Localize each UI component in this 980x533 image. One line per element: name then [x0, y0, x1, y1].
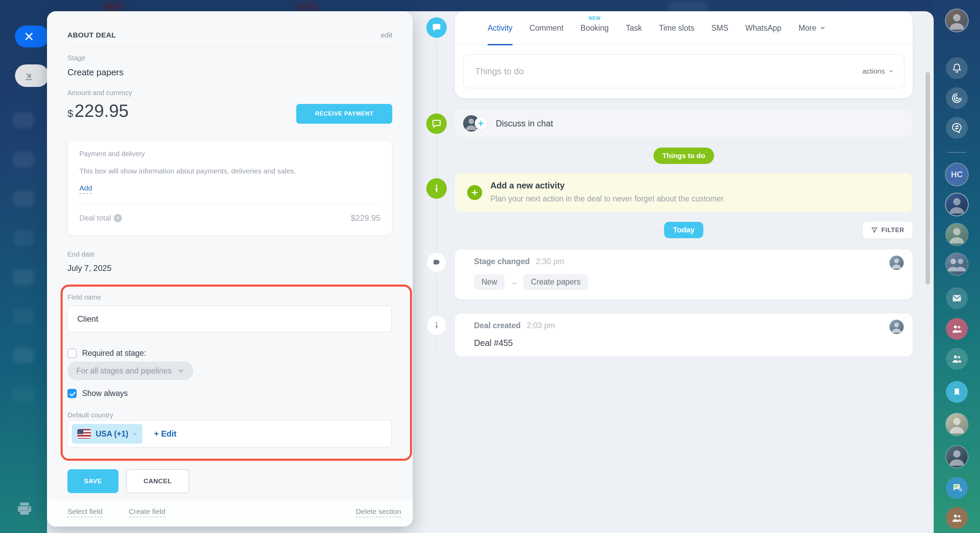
- minimize-modal-button[interactable]: [15, 64, 49, 87]
- stage-label: Stage: [67, 54, 85, 62]
- delete-section-link[interactable]: Delete section: [356, 507, 401, 517]
- payment-card-description: This box will show information about pay…: [80, 167, 296, 175]
- background-blob: [13, 152, 34, 168]
- background-blob: [296, 3, 318, 10]
- divider: [947, 152, 966, 153]
- info-node-icon: [426, 178, 447, 199]
- avatar[interactable]: [946, 223, 968, 246]
- things-to-do-badge: Things to do: [654, 148, 714, 164]
- remove-country-icon[interactable]: ×: [133, 431, 137, 437]
- stage-to-pill: Create papers: [523, 274, 588, 290]
- deal-total-value: $229.95: [351, 213, 380, 223]
- background-blob: [13, 387, 34, 402]
- payment-card-title: Payment and delivery: [80, 150, 145, 158]
- currency-symbol: $: [67, 108, 73, 119]
- tab-activity[interactable]: Activity: [488, 11, 512, 45]
- team-icon[interactable]: [946, 348, 968, 370]
- select-field-link[interactable]: Select field: [67, 507, 102, 517]
- edit-country-link[interactable]: + Edit: [154, 429, 177, 439]
- chat-messages-icon[interactable]: [946, 477, 968, 499]
- add-activity-card[interactable]: Add a new activity Plan your next action…: [455, 173, 913, 212]
- scrollbar-thumb[interactable]: [926, 72, 930, 284]
- group-avatar[interactable]: [946, 253, 968, 275]
- edit-link[interactable]: edit: [381, 31, 392, 39]
- copilot-sparkle-icon[interactable]: [946, 87, 968, 109]
- add-payment-link[interactable]: Add: [80, 184, 92, 194]
- default-country-input[interactable]: USA (+1) × + Edit: [67, 420, 391, 447]
- right-sidebar: HC: [934, 0, 980, 533]
- tab-whatsapp[interactable]: WhatsApp: [745, 11, 781, 45]
- discuss-in-chat-row[interactable]: Discuss in chat: [455, 110, 913, 137]
- field-name-label: Field name: [67, 294, 101, 301]
- funnel-icon: [871, 227, 878, 233]
- field-name-input[interactable]: [67, 306, 391, 332]
- avatar: [889, 320, 904, 334]
- tab-task[interactable]: Task: [626, 11, 642, 45]
- save-button[interactable]: SAVE: [67, 469, 118, 493]
- avatar[interactable]: [946, 193, 968, 215]
- tab-more-label: More: [799, 24, 816, 33]
- background-blob: [13, 269, 34, 285]
- end-date-value: July 7, 2025: [67, 263, 111, 273]
- deal-total-label: Deal total: [80, 214, 111, 223]
- tab-comment[interactable]: Comment: [530, 11, 563, 45]
- background-blob: [13, 308, 34, 324]
- bookmark-icon[interactable]: [946, 381, 968, 403]
- avatar[interactable]: [946, 413, 968, 435]
- stages-pipelines-dropdown[interactable]: For all stages and pipelines: [67, 362, 193, 380]
- tab-booking-label: Booking: [581, 24, 609, 33]
- required-at-stage-checkbox[interactable]: [67, 349, 76, 358]
- stage-from-pill: New: [474, 274, 504, 290]
- avatar[interactable]: [946, 446, 968, 468]
- todo-input[interactable]: [463, 66, 862, 77]
- tab-more[interactable]: More: [799, 11, 826, 45]
- clients-icon[interactable]: [946, 507, 968, 529]
- receive-payment-button[interactable]: RECEIVE PAYMENT: [296, 104, 392, 124]
- background-blob: [667, 2, 708, 11]
- show-always-checkbox[interactable]: [67, 389, 76, 398]
- tab-booking[interactable]: NEW Booking: [581, 11, 609, 45]
- add-participant-icon[interactable]: [475, 117, 487, 129]
- actions-dropdown[interactable]: actions: [862, 67, 904, 75]
- amount-number: 229.95: [75, 101, 129, 121]
- show-always-label: Show always: [82, 389, 128, 398]
- printer-icon[interactable]: [16, 500, 33, 519]
- contacts-icon[interactable]: [946, 318, 968, 340]
- user-avatar[interactable]: [946, 10, 968, 31]
- stage-value: Create papers: [67, 67, 124, 78]
- chat-node-icon: [426, 113, 447, 134]
- avatar: [889, 255, 904, 270]
- create-field-link[interactable]: Create field: [129, 507, 165, 517]
- close-modal-button[interactable]: [15, 26, 49, 47]
- event-card-deal-created: Deal created 2:03 pm Deal #455: [455, 314, 913, 356]
- event-time: 2:30 pm: [536, 257, 564, 266]
- event-time: 2:03 pm: [527, 321, 555, 330]
- divider: [67, 47, 392, 47]
- actions-dropdown-label: actions: [862, 67, 885, 75]
- avatar-initials[interactable]: HC: [946, 164, 968, 185]
- deal-number: Deal #455: [474, 338, 513, 348]
- event-title: Deal created: [474, 321, 521, 330]
- filter-button[interactable]: FILTER: [863, 222, 913, 239]
- chevron-down-icon: [177, 367, 185, 375]
- country-chip-label: USA (+1): [96, 429, 128, 439]
- tab-sms[interactable]: SMS: [711, 11, 729, 45]
- today-badge: Today: [664, 222, 703, 238]
- cancel-button[interactable]: CANCEL: [126, 469, 189, 493]
- default-country-label: Default country: [67, 411, 113, 419]
- tab-time-slots[interactable]: Time slots: [659, 11, 694, 45]
- modal-footer: Select field Create field Delete section: [47, 498, 413, 527]
- notifications-bell-icon[interactable]: [946, 57, 968, 79]
- mail-icon[interactable]: [946, 287, 968, 309]
- panel-title: ABOUT DEAL: [67, 31, 116, 39]
- end-date-label: End date: [67, 251, 95, 259]
- help-icon[interactable]: ?: [114, 214, 122, 222]
- usa-flag-icon: [77, 429, 91, 439]
- background-blob: [13, 112, 34, 128]
- country-chip[interactable]: USA (+1) ×: [72, 424, 142, 444]
- activity-feed-card: Activity Comment NEW Booking Task Time s…: [455, 11, 913, 98]
- left-sidebar: [0, 0, 47, 533]
- arrow-right-icon: →: [510, 278, 518, 287]
- chevron-down-icon: [888, 69, 894, 74]
- chat-transfer-icon[interactable]: [946, 117, 968, 139]
